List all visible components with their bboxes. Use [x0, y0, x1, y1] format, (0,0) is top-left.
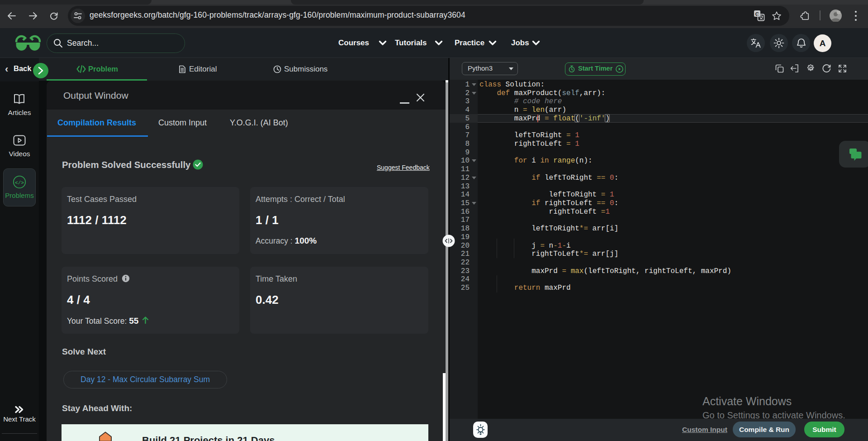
svg-text:G: G — [755, 11, 759, 17]
svg-text:</>: </> — [15, 180, 24, 186]
